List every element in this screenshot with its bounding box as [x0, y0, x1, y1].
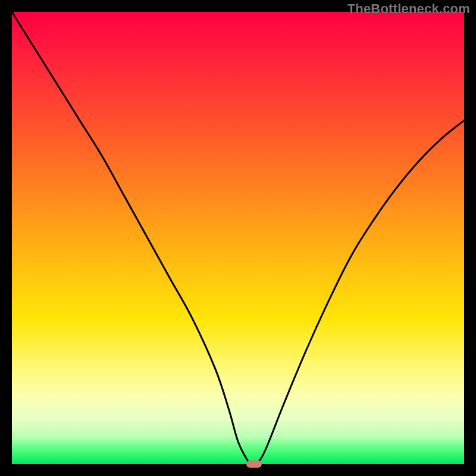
watermark-label: TheBottleneck.com — [347, 1, 470, 17]
plot-area — [12, 12, 464, 464]
bottleneck-curve — [12, 12, 464, 464]
chart-frame: TheBottleneck.com — [0, 0, 476, 476]
optimum-marker — [246, 461, 262, 468]
